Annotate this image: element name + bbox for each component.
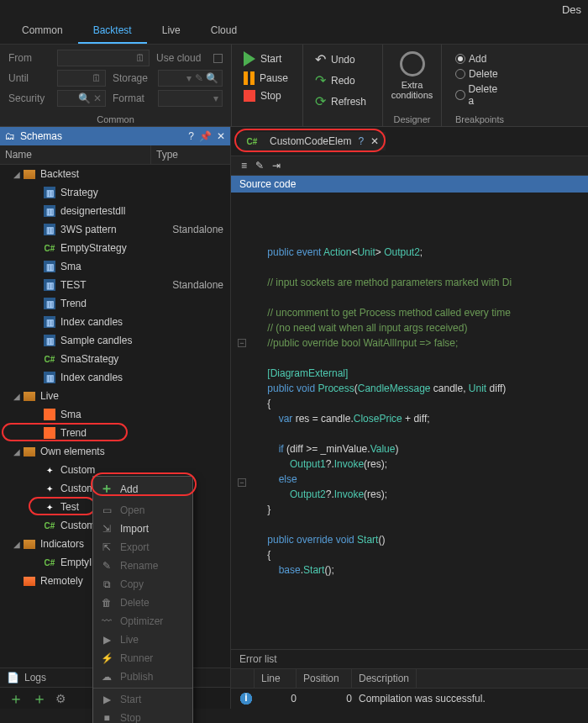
error-row[interactable]: i 0 0 Compilation was successful.: [231, 689, 588, 709]
toolbar-indent-icon[interactable]: ⇥: [272, 160, 281, 172]
tree-item[interactable]: ▥Trend: [0, 294, 230, 313]
tree-backtest[interactable]: ◢Backtest: [0, 165, 230, 183]
tree-own-elements[interactable]: ◢Own elements: [0, 442, 230, 461]
input-storage[interactable]: ▾ ✎ 🔍: [158, 70, 223, 87]
schemas-title: 🗂Schemas ?📌✕: [0, 127, 230, 145]
puzzle-icon: [44, 501, 55, 513]
tree-item[interactable]: ▥3WS patternStandalone: [0, 220, 230, 239]
main-tabs: Common Backtest Live Cloud: [0, 18, 588, 45]
start-button[interactable]: Start: [240, 50, 294, 68]
chart-icon: ▥: [44, 279, 55, 291]
undo-icon: [315, 51, 326, 67]
pause-button[interactable]: Pause: [240, 70, 294, 87]
pin-icon[interactable]: 📌: [199, 130, 212, 142]
menu-runner: ⚡Runner: [93, 649, 192, 668]
label-until: Until: [8, 72, 50, 84]
square-icon: [44, 409, 55, 420]
help-icon[interactable]: ?: [358, 135, 364, 147]
tab-backtest[interactable]: Backtest: [78, 18, 147, 44]
add-button-2[interactable]: ＋: [32, 689, 47, 709]
toolbar-list-icon[interactable]: ≡: [241, 160, 247, 172]
undo-button[interactable]: Undo: [312, 50, 374, 69]
csharp-icon: C#: [44, 353, 55, 365]
ribbon: From🗓Use cloud Until🗓Storage▾ ✎ 🔍 Securi…: [0, 45, 588, 127]
add-button[interactable]: ＋: [8, 689, 24, 709]
label-format: Format: [113, 92, 151, 104]
puzzle-icon: [44, 464, 55, 476]
input-format[interactable]: ▾: [158, 90, 223, 107]
input-from[interactable]: 🗓: [57, 50, 150, 66]
editor-tab[interactable]: C# CustomCodeElem ? ✕: [239, 132, 386, 150]
tree-item[interactable]: ▥Index candles: [0, 368, 230, 387]
tree-item[interactable]: C#EmptyStrategy: [0, 239, 230, 257]
tab-live[interactable]: Live: [147, 18, 196, 44]
csharp-icon: C#: [44, 520, 55, 531]
editor-toolbar: ≡ ✎ ⇥: [231, 156, 588, 176]
tree-icon: 🗂: [5, 130, 15, 142]
label-storage: Storage: [113, 72, 151, 84]
tab-cloud[interactable]: Cloud: [196, 18, 252, 44]
folder-icon: [24, 170, 35, 179]
schemas-columns: Name Type: [0, 145, 230, 165]
tree-item[interactable]: Trend: [0, 424, 230, 442]
menu-export: ⇱Export: [93, 538, 192, 557]
stop-button[interactable]: Stop: [240, 88, 294, 103]
chart-icon: ▥: [44, 335, 55, 346]
pause-icon: [244, 71, 255, 85]
tree-live[interactable]: ◢Live: [0, 387, 230, 405]
folder-icon: [24, 447, 35, 456]
tree-item[interactable]: ▥Sample candles: [0, 331, 230, 350]
tree-item[interactable]: ▥designertestdll: [0, 202, 230, 220]
menu-live: ▶Live: [93, 631, 192, 649]
tab-common[interactable]: Common: [7, 18, 78, 44]
chart-icon: ▥: [44, 187, 55, 198]
chart-icon: ▥: [44, 261, 55, 272]
input-until[interactable]: 🗓: [57, 70, 106, 87]
tree-item[interactable]: ▥Index candles: [0, 313, 230, 331]
error-columns: LinePositionDescription: [231, 669, 588, 689]
logs-icon: 📄: [7, 672, 19, 683]
chart-icon: ▥: [44, 316, 55, 328]
folder-icon: [24, 392, 35, 401]
ribbon-group-designer-label: Designer: [391, 114, 433, 124]
menu-add[interactable]: ＋Add: [93, 477, 192, 501]
close-tab-icon[interactable]: ✕: [370, 135, 379, 147]
chart-icon: ▥: [44, 205, 55, 217]
input-security[interactable]: 🔍 ✕: [57, 90, 106, 107]
redo-button[interactable]: Redo: [312, 71, 374, 90]
app-title: Des: [0, 0, 588, 18]
source-code-label: Source code: [231, 176, 588, 193]
tree-item[interactable]: ▥TESTStandalone: [0, 276, 230, 294]
csharp-icon: C#: [246, 135, 258, 147]
tree-item[interactable]: ▥Strategy: [0, 183, 230, 202]
menu-import[interactable]: ⇲Import: [93, 520, 192, 538]
menu-open: ▭Open: [93, 501, 192, 520]
chart-icon: ▥: [44, 224, 55, 235]
checkbox-usecloud[interactable]: [213, 54, 223, 63]
play-icon: [244, 51, 255, 66]
menu-delete: 🗑Delete: [93, 594, 192, 612]
radio-add[interactable]: Add: [455, 53, 504, 65]
menu-publish: ☁Publish: [93, 668, 192, 686]
stop-icon: [244, 90, 255, 102]
code-editor[interactable]: − − public event Action<Unit> Output2; /…: [231, 193, 588, 649]
extra-conditions-button[interactable]: Extra conditions: [391, 50, 433, 102]
context-menu: ＋Add ▭Open ⇲Import ⇱Export ✎Rename ⧉Copy…: [92, 476, 193, 723]
menu-copy: ⧉Copy: [93, 575, 192, 594]
radio-delete[interactable]: Delete: [455, 68, 504, 80]
help-icon[interactable]: ?: [188, 130, 194, 142]
toolbar-eraser-icon[interactable]: ✎: [255, 160, 264, 172]
tree-item[interactable]: Sma: [0, 405, 230, 424]
refresh-icon: [315, 93, 326, 109]
menu-stop: ■Stop: [93, 709, 192, 723]
refresh-button[interactable]: Refresh: [312, 92, 374, 111]
error-list-title: Error list: [231, 650, 588, 669]
menu-rename: ✎Rename: [93, 557, 192, 575]
tree-item[interactable]: ▥Sma: [0, 257, 230, 276]
ribbon-group-breakpoints-label: Breakpoints: [450, 114, 509, 124]
tree-item[interactable]: C#SmaStrategy: [0, 350, 230, 368]
radio-delete-all[interactable]: Delete a: [455, 83, 504, 107]
ribbon-group-common-label: Common: [8, 114, 223, 124]
close-icon[interactable]: ✕: [217, 130, 225, 142]
settings-icon[interactable]: ⚙: [55, 692, 66, 705]
